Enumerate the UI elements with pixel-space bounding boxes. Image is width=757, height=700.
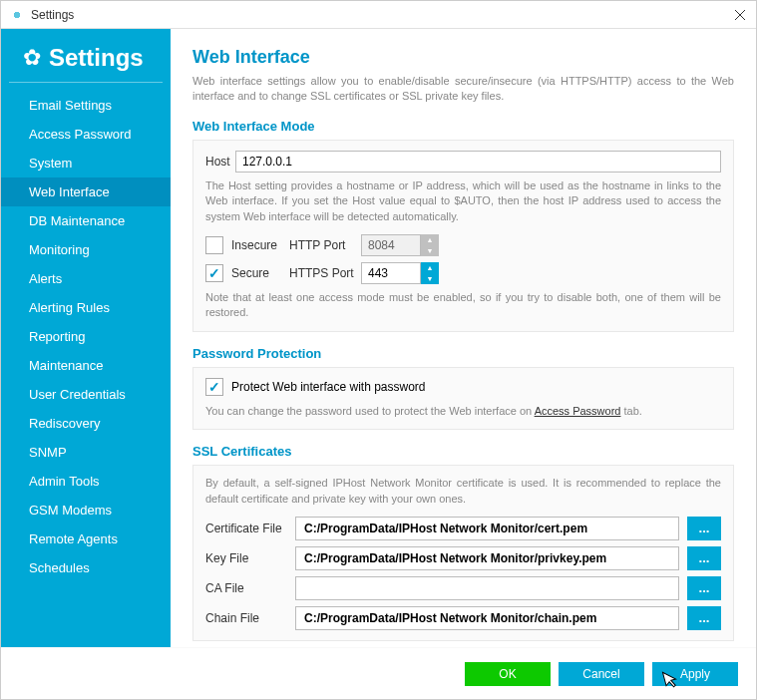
sidebar-item-user-credentials[interactable]: User Credentials	[1, 380, 171, 409]
chevron-down-icon: ▼	[421, 245, 439, 256]
page-description: Web interface settings allow you to enab…	[192, 74, 734, 105]
cert-file-label: Certificate File	[205, 522, 295, 535]
chain-browse-button[interactable]: ...	[687, 606, 721, 630]
section-password-title: Password Protection	[192, 346, 734, 361]
chevron-up-icon: ▲	[421, 234, 439, 245]
sidebar-item-schedules[interactable]: Schedules	[1, 553, 171, 582]
apply-button[interactable]: Apply	[652, 662, 738, 686]
chain-file-label: Chain File	[205, 611, 295, 625]
chevron-down-icon: ▼	[421, 273, 439, 284]
password-help: You can change the password used to prot…	[205, 404, 721, 419]
chain-file-input[interactable]	[295, 606, 679, 630]
ca-file-label: CA File	[205, 581, 295, 595]
sidebar-item-system[interactable]: System	[1, 149, 171, 177]
close-icon	[735, 10, 745, 20]
sidebar-item-admin-tools[interactable]: Admin Tools	[1, 467, 171, 496]
insecure-checkbox[interactable]	[205, 236, 223, 254]
sidebar-item-maintenance[interactable]: Maintenance	[1, 351, 171, 380]
app-logo-icon	[9, 7, 25, 23]
sidebar-item-access-password[interactable]: Access Password	[1, 120, 171, 149]
http-port-stepper[interactable]: ▲▼	[421, 234, 439, 256]
main-panel: Web Interface Web interface settings all…	[171, 29, 756, 647]
https-port-label: HTTPS Port	[289, 266, 361, 280]
http-port-label: HTTP Port	[289, 238, 361, 252]
https-port-stepper[interactable]: ▲▼	[421, 262, 439, 284]
host-label: Host	[205, 155, 235, 169]
mode-note: Note that at least one access mode must …	[205, 290, 721, 321]
cancel-button[interactable]: Cancel	[559, 662, 644, 686]
password-help-prefix: You can change the password used to prot…	[205, 405, 535, 417]
sidebar-item-reporting[interactable]: Reporting	[1, 322, 171, 351]
cert-file-input[interactable]	[295, 517, 679, 540]
sidebar-item-web-interface[interactable]: Web Interface	[1, 177, 171, 206]
protect-password-label: Protect Web interface with password	[231, 380, 426, 394]
protect-password-checkbox[interactable]	[205, 378, 223, 396]
sidebar-item-snmp[interactable]: SNMP	[1, 438, 171, 467]
section-ssl-title: SSL Certificates	[192, 444, 734, 459]
sidebar-item-db-maintenance[interactable]: DB Maintenance	[1, 206, 171, 235]
sidebar-item-gsm-modems[interactable]: GSM Modems	[1, 496, 171, 525]
sidebar-item-email-settings[interactable]: Email Settings	[1, 91, 171, 120]
secure-label: Secure	[231, 266, 289, 280]
ok-button[interactable]: OK	[465, 662, 551, 686]
gear-icon: ✿	[23, 45, 41, 71]
sidebar-item-alerts[interactable]: Alerts	[1, 264, 171, 293]
sidebar-title: Settings	[49, 44, 144, 72]
ca-file-input[interactable]	[295, 576, 679, 600]
section-ssl: By default, a self-signed IPHost Network…	[192, 465, 734, 641]
section-mode-title: Web Interface Mode	[192, 119, 734, 134]
ca-browse-button[interactable]: ...	[687, 576, 721, 600]
http-port-input[interactable]	[361, 234, 421, 256]
sidebar-item-rediscovery[interactable]: Rediscovery	[1, 409, 171, 438]
ssl-help-text: By default, a self-signed IPHost Network…	[205, 476, 721, 507]
host-input[interactable]	[235, 151, 721, 173]
sidebar-header: ✿ Settings	[9, 39, 163, 83]
key-browse-button[interactable]: ...	[687, 546, 721, 570]
section-password: Protect Web interface with password You …	[192, 367, 734, 430]
chevron-up-icon: ▲	[421, 262, 439, 273]
password-help-suffix: tab.	[620, 405, 641, 417]
insecure-label: Insecure	[231, 238, 289, 252]
sidebar-item-remote-agents[interactable]: Remote Agents	[1, 525, 171, 553]
key-file-input[interactable]	[295, 546, 679, 570]
window-title: Settings	[31, 8, 732, 22]
key-file-label: Key File	[205, 551, 295, 565]
close-button[interactable]	[732, 7, 748, 23]
sidebar-item-monitoring[interactable]: Monitoring	[1, 235, 171, 264]
cert-browse-button[interactable]: ...	[687, 517, 721, 540]
sidebar: ✿ Settings Email Settings Access Passwor…	[1, 29, 171, 647]
titlebar: Settings	[1, 1, 756, 29]
host-help-text: The Host setting provides a hostname or …	[205, 178, 721, 224]
access-password-link[interactable]: Access Password	[535, 405, 621, 417]
page-title: Web Interface	[192, 47, 734, 68]
sidebar-item-alerting-rules[interactable]: Alerting Rules	[1, 293, 171, 322]
secure-checkbox[interactable]	[205, 264, 223, 282]
https-port-input[interactable]	[361, 262, 421, 284]
footer: OK Cancel Apply	[1, 647, 756, 699]
section-mode: Host The Host setting provides a hostnam…	[192, 140, 734, 332]
